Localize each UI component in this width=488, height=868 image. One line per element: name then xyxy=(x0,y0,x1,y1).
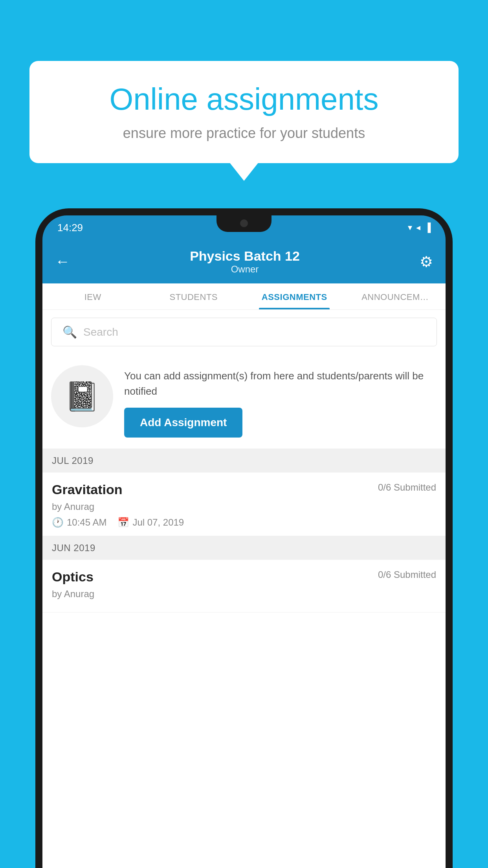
assignment-item-optics[interactable]: Optics 0/6 Submitted by Anurag xyxy=(42,560,446,612)
promo-text-area: You can add assignment(s) from here and … xyxy=(124,365,437,438)
signal-icon: ◂ xyxy=(416,223,420,233)
header-center: Physics Batch 12 Owner xyxy=(190,248,300,275)
add-assignment-button[interactable]: Add Assignment xyxy=(124,408,242,438)
assignment-title-gravitation: Gravitation xyxy=(52,482,122,497)
app-content: ← Physics Batch 12 Owner ⚙ IEW STUDENTS … xyxy=(42,240,446,868)
speech-bubble-subtitle: ensure more practice for your students xyxy=(55,125,433,142)
assignment-submitted-gravitation: 0/6 Submitted xyxy=(378,482,436,493)
tab-assignments[interactable]: ASSIGNMENTS xyxy=(244,283,345,309)
assignment-submitted-optics: 0/6 Submitted xyxy=(378,569,436,580)
settings-icon[interactable]: ⚙ xyxy=(420,253,433,270)
assignment-by-optics: by Anurag xyxy=(52,588,436,600)
notch xyxy=(216,215,272,232)
assignment-row-top: Gravitation 0/6 Submitted xyxy=(52,482,436,497)
header-subtitle: Owner xyxy=(190,264,300,275)
promo-block: 📓 You can add assignment(s) from here an… xyxy=(42,354,446,449)
tab-students[interactable]: STUDENTS xyxy=(143,283,244,309)
calendar-icon: 📅 xyxy=(117,517,129,528)
app-header: ← Physics Batch 12 Owner ⚙ xyxy=(42,240,446,283)
search-icon: 🔍 xyxy=(62,325,77,339)
assignment-by-gravitation: by Anurag xyxy=(52,501,436,512)
search-bar[interactable]: 🔍 Search xyxy=(51,318,437,346)
promo-icon-circle: 📓 xyxy=(51,365,113,427)
meta-time: 🕐 10:45 AM xyxy=(52,517,106,528)
tab-iew[interactable]: IEW xyxy=(42,283,143,309)
phone-container: 14:29 ▾ ◂ ▐ ← Physics Batch 12 Owner ⚙ xyxy=(35,208,453,868)
wifi-icon: ▾ xyxy=(408,223,412,233)
assignment-title-optics: Optics xyxy=(52,569,94,585)
speech-bubble-container: Online assignments ensure more practice … xyxy=(29,61,459,163)
tab-announcements[interactable]: ANNOUNCEM… xyxy=(345,283,446,309)
meta-date: 📅 Jul 07, 2019 xyxy=(117,517,184,528)
camera-dot xyxy=(240,219,248,227)
clock-icon: 🕐 xyxy=(52,517,64,528)
assignment-item-gravitation[interactable]: Gravitation 0/6 Submitted by Anurag 🕐 10… xyxy=(42,473,446,536)
status-bar: 14:29 ▾ ◂ ▐ xyxy=(42,215,446,240)
header-title: Physics Batch 12 xyxy=(190,248,300,264)
notebook-icon: 📓 xyxy=(64,380,100,413)
speech-bubble-title: Online assignments xyxy=(55,83,433,116)
search-container: 🔍 Search xyxy=(42,310,446,354)
battery-icon: ▐ xyxy=(424,223,431,233)
assignment-time: 10:45 AM xyxy=(67,517,106,528)
assignment-date: Jul 07, 2019 xyxy=(132,517,184,528)
status-icons: ▾ ◂ ▐ xyxy=(408,223,431,233)
status-time: 14:29 xyxy=(57,222,83,234)
assignment-meta-gravitation: 🕐 10:45 AM 📅 Jul 07, 2019 xyxy=(52,517,436,528)
section-header-jul: JUL 2019 xyxy=(42,449,446,473)
tabs-row: IEW STUDENTS ASSIGNMENTS ANNOUNCEM… xyxy=(42,283,446,310)
search-placeholder: Search xyxy=(83,326,118,338)
back-button[interactable]: ← xyxy=(55,253,70,270)
section-header-jun: JUN 2019 xyxy=(42,536,446,560)
speech-bubble: Online assignments ensure more practice … xyxy=(29,61,459,163)
promo-description: You can add assignment(s) from here and … xyxy=(124,368,437,399)
assignment-row-top-optics: Optics 0/6 Submitted xyxy=(52,569,436,585)
phone-frame: 14:29 ▾ ◂ ▐ ← Physics Batch 12 Owner ⚙ xyxy=(35,208,453,868)
